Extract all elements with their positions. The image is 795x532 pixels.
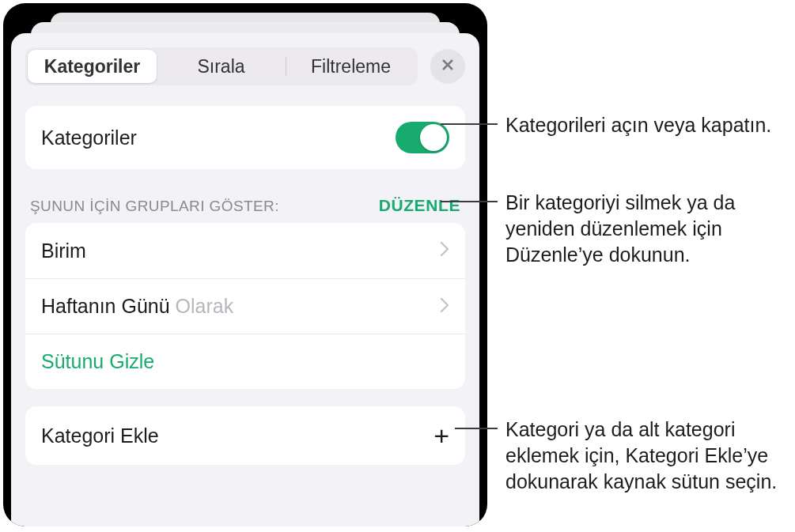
callout-text: Bir kategoriyi silmek ya da yeniden düze… bbox=[505, 191, 735, 266]
categories-toggle[interactable] bbox=[396, 122, 449, 153]
categories-sheet: Kategoriler Sırala Filtreleme bbox=[11, 33, 479, 526]
groups-list: Birim Haftanın Günü Olarak bbox=[25, 223, 465, 389]
callout-add: Kategori ya da alt kategori eklemek için… bbox=[505, 417, 795, 495]
popover: Kategoriler Sırala Filtreleme bbox=[3, 3, 487, 526]
hide-column-button[interactable]: Sütunu Gizle bbox=[25, 334, 465, 389]
close-button[interactable] bbox=[430, 49, 465, 84]
tab-categories[interactable]: Kategoriler bbox=[28, 50, 157, 83]
edit-button[interactable]: DÜZENLE bbox=[379, 196, 460, 215]
tab-label: Kategoriler bbox=[44, 56, 140, 77]
tab-filter[interactable]: Filtreleme bbox=[286, 50, 415, 83]
close-icon bbox=[441, 58, 455, 75]
segmented-tabs: Kategoriler Sırala Filtreleme bbox=[25, 47, 418, 85]
categories-switch-card: Kategoriler bbox=[25, 106, 465, 169]
add-category-card: Kategori Ekle + bbox=[25, 406, 465, 465]
callout-toggle: Kategorileri açın veya kapatın. bbox=[505, 112, 771, 138]
group-row-label: Haftanın Günü Olarak bbox=[41, 295, 233, 318]
group-row-birim[interactable]: Birim bbox=[25, 223, 465, 278]
callout-edit: Bir kategoriyi silmek ya da yeniden düze… bbox=[505, 190, 790, 268]
hide-column-label: Sütunu Gizle bbox=[41, 350, 154, 373]
tab-label: Sırala bbox=[197, 56, 244, 77]
categories-switch-label: Kategoriler bbox=[41, 126, 137, 149]
callout-text: Kategori ya da alt kategori eklemek için… bbox=[505, 418, 777, 492]
plus-icon: + bbox=[433, 422, 449, 449]
add-category-label: Kategori Ekle bbox=[41, 424, 159, 447]
groups-header: ŞUNUN İÇİN GRUPLARI GÖSTER: bbox=[30, 198, 279, 215]
add-category-button[interactable]: Kategori Ekle + bbox=[25, 406, 465, 465]
group-row-label: Birim bbox=[41, 240, 86, 262]
tab-label: Filtreleme bbox=[311, 56, 391, 77]
chevron-right-icon bbox=[440, 297, 449, 316]
tab-sort[interactable]: Sırala bbox=[157, 50, 286, 83]
callout-text: Kategorileri açın veya kapatın. bbox=[505, 114, 771, 136]
chevron-right-icon bbox=[440, 241, 449, 260]
group-row-day-of-week[interactable]: Haftanın Günü Olarak bbox=[25, 278, 465, 334]
